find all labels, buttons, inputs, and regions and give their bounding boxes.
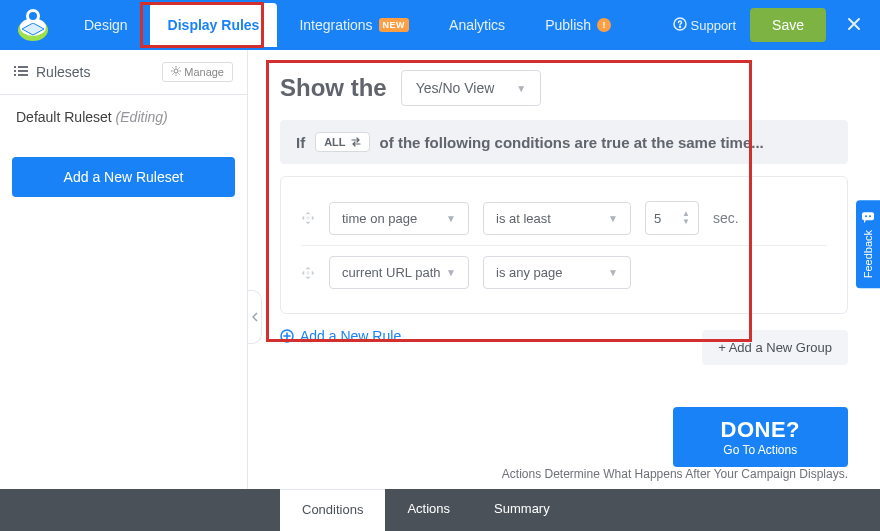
nav-analytics[interactable]: Analytics: [431, 3, 523, 47]
editing-tag: (Editing): [116, 109, 168, 125]
rule-field-select[interactable]: current URL path ▼: [329, 256, 469, 289]
match-mode-value: ALL: [324, 136, 345, 148]
chevron-down-icon: ▼: [516, 83, 526, 94]
number-stepper[interactable]: ▲▼: [682, 210, 690, 226]
feedback-tab[interactable]: Feedback: [856, 200, 880, 288]
svg-rect-8: [862, 212, 874, 220]
drag-handle[interactable]: [301, 266, 315, 280]
topbar: Design Display Rules Integrations NEW An…: [0, 0, 880, 50]
chevron-down-icon: ▼: [608, 267, 618, 278]
bottom-tabs: Conditions Actions Summary: [0, 489, 880, 531]
svg-point-6: [174, 69, 178, 73]
app-logo[interactable]: [12, 4, 54, 46]
close-icon: [846, 16, 862, 32]
svg-point-5: [679, 26, 680, 27]
bottom-spacer: [0, 489, 280, 531]
save-button[interactable]: Save: [750, 8, 826, 42]
rule-value: 5: [654, 211, 661, 226]
conditions-header: If ALL of the following conditions are t…: [280, 120, 848, 164]
add-rule-link[interactable]: Add a New Rule: [280, 328, 401, 344]
sidebar-title: Rulesets: [14, 64, 90, 80]
rule-operator-value: is at least: [496, 211, 551, 226]
nav-design[interactable]: Design: [66, 3, 146, 47]
rule-field-value: current URL path: [342, 265, 441, 280]
rule-operator-select[interactable]: is any page ▼: [483, 256, 631, 289]
rules-group: time on page ▼ is at least ▼ 5 ▲▼ sec.: [280, 176, 848, 314]
rule-value-input[interactable]: 5 ▲▼: [645, 201, 699, 235]
svg-point-3: [29, 12, 37, 20]
new-badge: NEW: [379, 18, 410, 32]
done-subtitle: Go To Actions: [721, 443, 801, 457]
rule-field-select[interactable]: time on page ▼: [329, 202, 469, 235]
rule-unit: sec.: [713, 210, 739, 226]
move-icon: [301, 266, 315, 280]
feedback-label: Feedback: [862, 230, 874, 278]
tab-summary[interactable]: Summary: [472, 489, 572, 531]
nav-display-rules[interactable]: Display Rules: [150, 3, 278, 47]
chevron-down-icon: ▼: [446, 213, 456, 224]
move-icon: [301, 211, 315, 225]
manage-button[interactable]: Manage: [162, 62, 233, 82]
ruleset-name: Default Ruleset: [16, 109, 112, 125]
view-selector-row: Show the Yes/No View ▼: [280, 70, 848, 106]
tab-actions[interactable]: Actions: [385, 489, 472, 531]
nav-integrations[interactable]: Integrations NEW: [281, 3, 427, 47]
rule-row: current URL path ▼ is any page ▼: [301, 245, 827, 299]
add-ruleset-button[interactable]: Add a New Ruleset: [12, 157, 235, 197]
plus-circle-icon: [280, 329, 294, 343]
view-select-value: Yes/No View: [416, 80, 495, 96]
rule-operator-select[interactable]: is at least ▼: [483, 202, 631, 235]
chevron-left-icon: [252, 312, 258, 322]
rule-row: time on page ▼ is at least ▼ 5 ▲▼ sec.: [301, 191, 827, 245]
sidebar-header: Rulesets Manage: [0, 50, 247, 95]
manage-label: Manage: [184, 66, 224, 78]
alert-badge: !: [597, 18, 611, 32]
match-mode-toggle[interactable]: ALL: [315, 132, 369, 152]
conditions-suffix: of the following conditions are true at …: [380, 134, 764, 151]
show-the-label: Show the: [280, 74, 387, 102]
drag-handle[interactable]: [301, 211, 315, 225]
ruleset-row[interactable]: Default Ruleset (Editing): [0, 95, 247, 139]
sidebar: Rulesets Manage Default Ruleset (Editing…: [0, 50, 248, 531]
support-link[interactable]: Support: [673, 17, 737, 34]
close-button[interactable]: [840, 14, 868, 37]
rule-operator-value: is any page: [496, 265, 563, 280]
support-label: Support: [691, 18, 737, 33]
done-button[interactable]: DONE? Go To Actions: [673, 407, 849, 467]
logo-icon: [14, 6, 52, 44]
tab-conditions[interactable]: Conditions: [280, 489, 385, 531]
rulesets-icon: [14, 64, 28, 80]
view-select[interactable]: Yes/No View ▼: [401, 70, 542, 106]
nav-publish[interactable]: Publish !: [527, 3, 629, 47]
add-group-button[interactable]: + Add a New Group: [702, 330, 848, 365]
add-rule-label: Add a New Rule: [300, 328, 401, 344]
chevron-down-icon: ▼: [446, 267, 456, 278]
collapse-sidebar-handle[interactable]: [248, 290, 262, 344]
topbar-actions: Support Save: [673, 8, 868, 42]
chevron-down-icon: ▼: [608, 213, 618, 224]
main-area: Rulesets Manage Default Ruleset (Editing…: [0, 50, 880, 531]
chat-icon: [861, 210, 875, 224]
nav-integrations-label: Integrations: [299, 17, 372, 33]
swap-icon: [351, 137, 361, 147]
nav-publish-label: Publish: [545, 17, 591, 33]
content: Show the Yes/No View ▼ If ALL of the fol…: [248, 50, 880, 531]
help-icon: [673, 17, 687, 34]
bottom-fill: [572, 489, 880, 531]
sidebar-title-text: Rulesets: [36, 64, 90, 80]
if-label: If: [296, 134, 305, 151]
main-nav: Design Display Rules Integrations NEW An…: [66, 3, 673, 47]
rule-field-value: time on page: [342, 211, 417, 226]
gear-icon: [171, 66, 181, 78]
done-title: DONE?: [721, 417, 801, 443]
